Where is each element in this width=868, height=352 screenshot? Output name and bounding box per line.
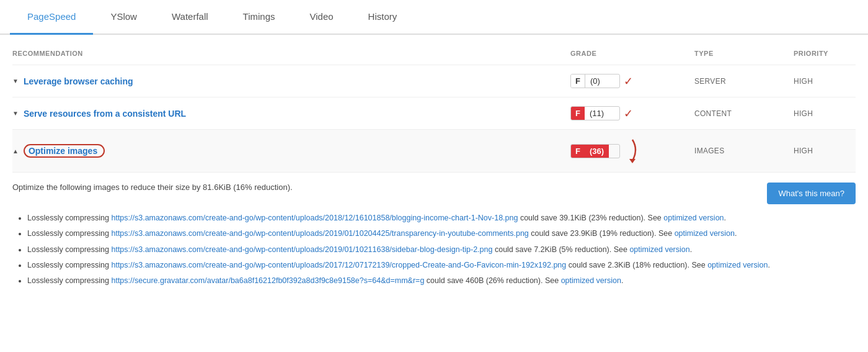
optimized-link-3[interactable]: optimized version: [629, 245, 689, 254]
col-recommendation: RECOMMENDATION: [12, 50, 570, 57]
col-priority: PRIORITY: [794, 50, 856, 57]
row3-title[interactable]: ▲ Optimize images: [12, 144, 570, 158]
table-row: ▼ Leverage browser caching F (0) ✓ SERVE…: [12, 65, 856, 97]
bullet-list: Losslessly compressing https://s3.amazon…: [12, 212, 856, 287]
table-row: ▲ Optimize images F (36) IMAGES HIGH: [12, 129, 856, 172]
tab-waterfall[interactable]: Waterfall: [154, 0, 226, 35]
expanded-detail: Optimize the following images to reduce …: [12, 172, 856, 300]
row2-type: CONTENT: [694, 109, 794, 118]
list-item: Losslessly compressing https://s3.amazon…: [27, 212, 856, 225]
table-row: ▼ Serve resources from a consistent URL …: [12, 97, 856, 129]
row1-grade-letter: F: [571, 74, 585, 88]
bullet-link-3[interactable]: https://s3.amazonaws.com/create-and-go/w…: [111, 245, 492, 254]
row1-grade-number: (0): [585, 74, 605, 88]
col-type: TYPE: [694, 50, 794, 57]
optimized-link-4[interactable]: optimized version: [707, 261, 768, 269]
row3-grade-cell: F (36): [570, 138, 694, 163]
main-content: RECOMMENDATION GRADE TYPE PRIORITY ▼ Lev…: [0, 35, 868, 310]
row3-circled-label: Optimize images: [24, 144, 105, 158]
row2-grade-cell: F (11) ✓: [570, 106, 694, 120]
list-item: Losslessly compressing https://s3.amazon…: [27, 243, 856, 256]
red-arrow-icon: [626, 138, 645, 163]
row3-priority: HIGH: [794, 147, 856, 155]
list-item: Losslessly compressing https://secure.gr…: [27, 274, 856, 287]
row3-grade-letter: F: [571, 145, 585, 158]
tab-pagespeed[interactable]: PageSpeed: [10, 0, 93, 35]
row2-grade-letter: F: [571, 107, 585, 120]
bullet-link-1[interactable]: https://s3.amazonaws.com/create-and-go/w…: [111, 214, 518, 222]
row1-arrow-icon: ▼: [12, 78, 19, 84]
row2-grade-box: F (11): [570, 106, 620, 120]
detail-description: Optimize the following images to reduce …: [12, 183, 293, 192]
row2-priority: HIGH: [794, 109, 856, 118]
row2-title[interactable]: ▼ Serve resources from a consistent URL: [12, 109, 570, 119]
list-item: Losslessly compressing https://s3.amazon…: [27, 259, 856, 272]
row1-priority: HIGH: [794, 77, 856, 86]
row1-type: SERVER: [694, 77, 794, 86]
tab-video[interactable]: Video: [293, 0, 351, 35]
bullet-link-4[interactable]: https://s3.amazonaws.com/create-and-go/w…: [111, 261, 566, 269]
row1-title[interactable]: ▼ Leverage browser caching: [12, 76, 570, 86]
bullet-link-2[interactable]: https://s3.amazonaws.com/create-and-go/w…: [111, 229, 528, 238]
row2-grade-number: (11): [585, 107, 609, 120]
tab-yslow[interactable]: YSlow: [93, 0, 154, 35]
row3-type: IMAGES: [694, 147, 794, 155]
row3-grade-box: F (36): [570, 144, 620, 158]
row3-arrow-icon: ▲: [12, 148, 19, 155]
optimized-link-5[interactable]: optimized version: [561, 276, 621, 285]
tabs-bar: PageSpeed YSlow Waterfall Timings Video …: [0, 0, 868, 35]
row1-grade-box: F (0): [570, 74, 620, 88]
optimized-link-1[interactable]: optimized version: [663, 214, 724, 222]
table-header: RECOMMENDATION GRADE TYPE PRIORITY: [12, 45, 856, 62]
row2-arrow-icon: ▼: [12, 110, 19, 117]
row2-chevron-icon[interactable]: ✓: [624, 107, 633, 120]
row1-grade-cell: F (0) ✓: [570, 74, 694, 88]
tab-timings[interactable]: Timings: [226, 0, 293, 35]
row3-grade-number: (36): [585, 145, 609, 158]
tab-history[interactable]: History: [351, 0, 415, 35]
red-arrow-annotation: [626, 138, 645, 163]
col-grade: GRADE: [570, 50, 694, 57]
row1-chevron-icon[interactable]: ✓: [624, 74, 633, 88]
bullet-link-5[interactable]: https://secure.gravatar.com/avatar/ba6a8…: [111, 276, 424, 285]
svg-marker-0: [629, 159, 636, 163]
detail-top-row: Optimize the following images to reduce …: [12, 183, 856, 212]
list-item: Losslessly compressing https://s3.amazon…: [27, 227, 856, 240]
optimized-link-2[interactable]: optimized version: [675, 229, 735, 238]
whats-this-button[interactable]: What's this mean?: [767, 183, 856, 204]
